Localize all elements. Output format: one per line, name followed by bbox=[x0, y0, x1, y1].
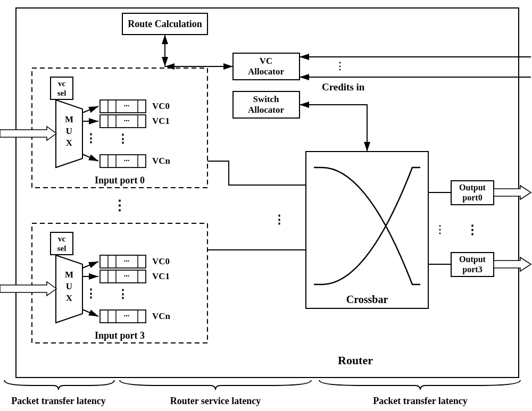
credits-in-label: Credits in bbox=[322, 81, 365, 93]
svg-text:···: ··· bbox=[124, 257, 130, 265]
svg-text:U: U bbox=[66, 126, 72, 136]
port0-to-crossbar bbox=[207, 161, 306, 185]
svg-rect-41 bbox=[100, 255, 146, 268]
latency-right: Packet transfer latency bbox=[373, 396, 468, 406]
buffer-vc0-p3: ··· VC0 bbox=[100, 255, 170, 268]
svg-text:···: ··· bbox=[124, 117, 130, 125]
svg-text:U: U bbox=[66, 281, 72, 291]
switch-to-crossbar bbox=[300, 105, 367, 152]
output-port3-l1: Output bbox=[459, 255, 486, 264]
route-calculation-label: Route Calculation bbox=[128, 19, 202, 29]
svg-rect-11 bbox=[100, 100, 146, 113]
vc-allocator-l2: Allocator bbox=[248, 66, 284, 77]
svg-text:VC1: VC1 bbox=[152, 116, 170, 126]
svg-text:···: ··· bbox=[124, 272, 130, 280]
svg-text:VCn: VCn bbox=[152, 311, 171, 321]
buffer-vc1-p0: ··· VC1 bbox=[100, 115, 170, 128]
router-label: Router bbox=[338, 354, 373, 367]
svg-line-10 bbox=[82, 154, 98, 161]
svg-text:⋮: ⋮ bbox=[85, 131, 97, 145]
svg-text:···: ··· bbox=[124, 102, 130, 110]
svg-text:VC0: VC0 bbox=[152, 256, 170, 266]
output-arrow-0 bbox=[494, 186, 531, 199]
svg-line-38 bbox=[82, 262, 98, 268]
switch-allocator-l2: Allocator bbox=[248, 105, 284, 115]
svg-rect-47 bbox=[100, 270, 146, 283]
svg-text:⋮: ⋮ bbox=[117, 287, 129, 300]
svg-text:M: M bbox=[65, 270, 73, 280]
brace-mid bbox=[120, 380, 311, 390]
latency-left: Packet transfer latency bbox=[11, 396, 106, 406]
svg-text:⋮: ⋮ bbox=[117, 132, 129, 145]
svg-rect-17 bbox=[100, 115, 146, 128]
svg-text:VC1: VC1 bbox=[152, 271, 170, 281]
vc-allocator-l1: VC bbox=[260, 56, 273, 66]
input-arrow-3 bbox=[0, 282, 56, 296]
buffer-vc0-p0: ··· VC0 bbox=[100, 100, 170, 113]
svg-text:vc: vc bbox=[58, 79, 66, 88]
router-diagram: Router Route Calculation VC Allocator Sw… bbox=[0, 0, 532, 411]
ports-vdots: ⋮ bbox=[113, 198, 127, 213]
brace-right bbox=[319, 380, 520, 390]
output-vdots: ⋮ bbox=[466, 223, 479, 237]
input-port-0: Input port 0 vc sel M U X ··· VC0 bbox=[0, 68, 207, 188]
buffer-vcn-p3: ··· VCn bbox=[100, 310, 171, 323]
svg-text:···: ··· bbox=[124, 157, 130, 165]
input-port-3: Input port 3 vc sel M U X ··· VC0 ··· VC… bbox=[0, 223, 207, 343]
crossbar-in-vdots: ⋮ bbox=[273, 213, 285, 226]
svg-text:VCn: VCn bbox=[152, 156, 171, 166]
buffer-vc1-p3: ··· VC1 bbox=[100, 270, 170, 283]
credits-vdots: ⋮ bbox=[335, 61, 345, 71]
svg-text:⋮: ⋮ bbox=[85, 287, 97, 300]
svg-text:sel: sel bbox=[57, 89, 66, 97]
svg-line-40 bbox=[82, 309, 98, 316]
buffer-vcn-p0: ··· VCn bbox=[100, 155, 171, 167]
svg-text:M: M bbox=[65, 114, 73, 124]
svg-rect-25 bbox=[100, 155, 146, 167]
input-port-3-label: Input port 3 bbox=[95, 330, 145, 341]
switch-allocator-l1: Switch bbox=[253, 94, 279, 104]
output-port3-l2: port3 bbox=[462, 265, 482, 274]
input-arrow-0 bbox=[0, 127, 56, 140]
svg-text:vc: vc bbox=[58, 234, 66, 243]
crossbar-label: Crossbar bbox=[346, 293, 388, 305]
output-port0-l1: Output bbox=[459, 183, 486, 192]
output-port0-l2: port0 bbox=[462, 193, 482, 203]
svg-line-8 bbox=[82, 106, 98, 113]
latency-mid: Router service latency bbox=[170, 396, 261, 406]
svg-text:···: ··· bbox=[124, 312, 130, 320]
crossbar-out-vdots: ⋮ bbox=[435, 223, 445, 235]
svg-text:X: X bbox=[66, 293, 73, 303]
crossbar-block: Crossbar bbox=[306, 152, 428, 308]
svg-text:X: X bbox=[66, 138, 73, 148]
brace-left bbox=[4, 380, 114, 390]
output-arrow-3 bbox=[494, 257, 531, 271]
svg-text:sel: sel bbox=[57, 244, 66, 253]
input-port-0-label: Input port 0 bbox=[95, 175, 145, 186]
svg-text:VC0: VC0 bbox=[152, 101, 170, 111]
svg-rect-55 bbox=[100, 310, 146, 323]
